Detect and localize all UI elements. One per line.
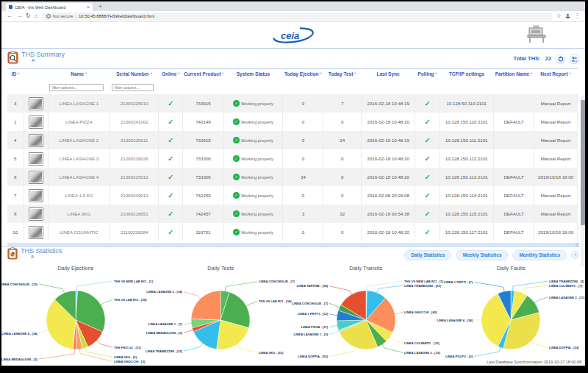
column-header-name[interactable]: Name ^	[48, 69, 110, 79]
pie-label: LINEA TRAMEZZINI - [23]	[404, 284, 442, 288]
machine-thumbnail	[29, 152, 43, 166]
statistics-collapse-toggle[interactable]: A	[31, 255, 62, 259]
new-tab-button[interactable]: +	[98, 4, 102, 10]
sort-caret-icon[interactable]: ^	[220, 71, 223, 76]
scrollbar-end[interactable]	[576, 243, 579, 246]
chart-title: Daily Ejections	[3, 265, 148, 271]
cell-thumbnail	[24, 223, 48, 241]
column-header-next-report[interactable]: Next Report ^	[534, 69, 578, 79]
cell-id: 6	[7, 168, 24, 186]
cell-id: 10	[7, 223, 24, 241]
cell-last-sync: 2016-02-18 10:48:20	[361, 113, 415, 131]
table-row[interactable]: 8LINEA 3KG21000218051✓742457✓Working pro…	[7, 205, 578, 223]
cell-system-status: ✓Working properly	[223, 168, 283, 186]
sort-caret-icon[interactable]: ^	[568, 71, 571, 76]
pie-label: LINEA GNOCCHI - [43]	[404, 310, 437, 314]
cell-partition-name	[494, 94, 534, 113]
url-field[interactable]: i Not secure | 10.50.45:8888/THSWebDashb…	[42, 13, 553, 21]
pie-label-leader	[246, 302, 258, 307]
cell-last-sync: 2016-02-18 10:48:19	[361, 94, 415, 113]
bookmark-star-icon[interactable]: ☆	[556, 13, 562, 19]
online-check-icon: ✓	[168, 228, 173, 236]
online-check-icon: ✓	[168, 191, 173, 199]
statistics-more-button[interactable]: •	[571, 251, 579, 259]
summary-collapse-toggle[interactable]: A	[32, 58, 65, 63]
table-row[interactable]: 7LINEA 1,5 KG21000249013✓742259✓Working …	[7, 186, 578, 205]
column-header-today-test[interactable]: Today Test ^	[323, 69, 361, 79]
status-check-icon: ✓	[233, 137, 240, 143]
monthly-statistics-button[interactable]: Monthly Statistics	[512, 250, 567, 260]
table-row[interactable]: 1LINEA PIZZA21300241002✓740149✓Working p…	[7, 113, 578, 131]
column-header-polling[interactable]: Polling ^	[415, 69, 440, 79]
sort-caret-icon[interactable]: ^	[434, 71, 437, 76]
sort-caret-icon[interactable]: ^	[16, 71, 19, 76]
sort-caret-icon[interactable]: ^	[176, 71, 179, 76]
table-row[interactable]: 6LINEA LASAGNE 421300225012✓733306✓Worki…	[7, 168, 578, 186]
cell-name: LINEA LASAGNE 1	[48, 94, 110, 113]
forward-icon[interactable]: →	[16, 13, 22, 19]
cell-polling: ✓	[415, 223, 440, 241]
ths-machine-image	[526, 25, 547, 47]
cell-last-sync: 2016-02-18 10:48:20	[361, 223, 415, 241]
cell-serial-number: 21300225010	[110, 94, 159, 113]
dashboard-page: ceia	[1, 22, 585, 365]
cell-tcpip-settings: 10.128.150.112:2101	[440, 149, 494, 168]
pie-label-leader	[96, 340, 112, 347]
sort-caret-icon[interactable]: ^	[149, 71, 152, 76]
cell-online: ✓	[159, 94, 183, 113]
scrollbar-thumb[interactable]	[581, 100, 585, 225]
pie-chart-daily-ejections: Daily EjectionsTHS VS NEW LAB RCI - [1]T…	[3, 263, 148, 364]
info-icon[interactable]: i	[46, 14, 51, 18]
pie-label-leader	[225, 282, 257, 292]
column-header-online[interactable]: Online ^	[159, 69, 183, 79]
cell-last-sync: 2016-02-08 20:03:08	[361, 186, 415, 205]
column-header-partition-name[interactable]: Partition Name ^	[494, 69, 534, 79]
column-header-id[interactable]: ID ^	[7, 69, 24, 79]
profile-icon[interactable]	[565, 13, 570, 20]
browser-tab[interactable]: CEIA - ths Web Dashboard ×	[6, 3, 93, 11]
cell-system-status: ✓Working properly	[223, 131, 283, 149]
online-check-icon: ✓	[168, 136, 173, 144]
cell-today-test: 32	[323, 205, 361, 223]
horizontal-scrollbar[interactable]	[7, 243, 579, 246]
sort-caret-icon[interactable]: ^	[529, 71, 532, 76]
cell-current-product: 118701	[183, 223, 223, 241]
online-check-icon: ✓	[168, 99, 173, 107]
column-header-current-product[interactable]: Current Product ^	[183, 69, 223, 79]
tab-title: CEIA - ths Web Dashboard	[15, 5, 85, 10]
charts-row: Daily EjectionsTHS VS NEW LAB RCI - [1]T…	[1, 263, 585, 364]
cell-polling: ✓	[415, 205, 440, 223]
cell-today-test: 0	[323, 113, 361, 131]
cell-id: 7	[7, 186, 24, 205]
browser-menu-icon[interactable]: ⋮	[574, 13, 580, 19]
cell-serial-number: 21000218051	[110, 205, 159, 223]
sort-caret-icon[interactable]: ^	[353, 71, 356, 76]
vertical-scrollbar[interactable]	[581, 96, 585, 266]
power-button[interactable]	[556, 54, 565, 63]
sort-caret-icon[interactable]: ^	[84, 71, 87, 76]
pie-label: LINEA LASAGNE 3 - [11]	[549, 296, 585, 299]
weekly-statistics-button[interactable]: Weekly Statistics	[456, 250, 508, 260]
back-icon[interactable]: ←	[7, 13, 12, 19]
table-row[interactable]: 4LINEA LASAGNE 221300225011✓733915✓Worki…	[7, 131, 578, 149]
cell-current-product: 742259	[183, 186, 223, 205]
table-row[interactable]: 10LINEA COLIMATIC21100226084✓118701✓Work…	[7, 223, 578, 241]
reload-icon[interactable]: ↻	[26, 13, 31, 19]
table-row[interactable]: 3LINEA LASAGNE 121300225010✓733915✓Worki…	[7, 94, 578, 113]
cell-system-status: ✓Working properly	[223, 113, 283, 131]
pie-label-leader	[329, 303, 340, 308]
pie-label: LINEA 3KG - [32]	[259, 351, 284, 355]
table-row[interactable]: 5LINEA LASAGNE 321200239026✓733306✓Worki…	[7, 149, 578, 168]
column-header-today-ejection[interactable]: Today Ejection ^	[283, 69, 323, 79]
daily-statistics-button[interactable]: Daily Statistics	[404, 250, 451, 260]
home-icon[interactable]: ⌂	[35, 13, 38, 19]
tab-close-icon[interactable]: ×	[87, 4, 90, 10]
page-header: ceia	[1, 22, 585, 49]
pie-label: LINEA DOPPIA - [32]	[549, 346, 579, 349]
cell-current-product: 733306	[183, 149, 223, 168]
filter-input-name[interactable]	[49, 84, 104, 91]
users-button[interactable]	[570, 54, 579, 63]
filter-input-serial-number[interactable]	[112, 84, 154, 91]
column-header-serial-number[interactable]: Serial Number ^	[110, 69, 159, 79]
sort-caret-icon[interactable]: ^	[318, 71, 321, 76]
